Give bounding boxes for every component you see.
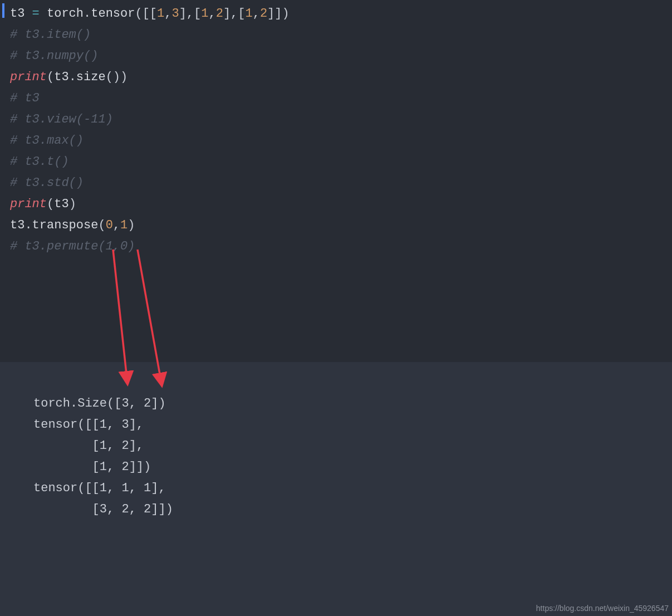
comment: # t3.numpy() (10, 49, 98, 63)
dot: . (69, 70, 76, 84)
code-line-comment[interactable]: # t3.max() (0, 130, 672, 151)
module: torch (47, 7, 84, 21)
number: 3 (171, 7, 179, 21)
comment: # t3.t() (10, 155, 69, 169)
code-line-comment[interactable]: # t3.numpy() (0, 46, 672, 67)
comma: , (113, 218, 120, 232)
bracket: ],[ (179, 7, 202, 21)
paren: ()) (106, 70, 128, 84)
code-line-comment[interactable]: # t3.std() (0, 173, 672, 194)
output-line: [1, 2]]) (0, 457, 672, 478)
comment: # t3.std() (10, 176, 84, 190)
output-area: torch.Size([3, 2]) tensor([[1, 3], [1, 2… (0, 362, 672, 616)
code-editor-area[interactable]: t3 = torch.tensor([[1,3],[1,2],[1,2]]) #… (0, 0, 672, 362)
variable: t3 (54, 197, 68, 211)
paren: ( (98, 218, 105, 232)
dot: . (84, 7, 91, 21)
comment: # t3 (10, 91, 40, 105)
comment: # t3.max() (10, 134, 84, 148)
code-line[interactable]: t3.transpose(0,1) (0, 215, 672, 236)
paren: ) (69, 197, 76, 211)
paren: ) (127, 218, 135, 232)
watermark-text: https://blog.csdn.net/weixin_45926547 (536, 604, 669, 613)
variable: t3 (10, 7, 24, 21)
paren: ( (47, 70, 54, 84)
output-line: tensor([[1, 3], (0, 414, 672, 436)
variable: t3 (10, 218, 24, 232)
number: 1 (157, 7, 164, 21)
output-line: [1, 2], (0, 436, 672, 457)
bracket: ([[ (135, 7, 157, 21)
number: 0 (106, 218, 113, 232)
comma: , (164, 7, 171, 21)
comma: , (253, 7, 260, 21)
output-line: torch.Size([3, 2]) (0, 393, 672, 414)
number: 1 (120, 218, 127, 232)
output-line: tensor([[1, 1, 1], (0, 478, 672, 499)
bracket: ],[ (223, 7, 246, 21)
method: size (76, 70, 106, 84)
builtin-func: print (10, 70, 47, 84)
operator: = (24, 7, 47, 21)
method: tensor (91, 7, 135, 21)
code-line-comment[interactable]: # t3.t() (0, 151, 672, 173)
code-line[interactable]: print(t3) (0, 194, 672, 215)
number: 1 (246, 7, 253, 21)
code-line-comment[interactable]: # t3.permute(1,0) (0, 236, 672, 257)
code-line[interactable]: t3 = torch.tensor([[1,3],[1,2],[1,2]]) (0, 3, 672, 25)
comma: , (208, 7, 215, 21)
builtin-func: print (10, 197, 47, 211)
number: 1 (201, 7, 208, 21)
method: transpose (32, 218, 99, 232)
number: 2 (216, 7, 223, 21)
variable: t3 (54, 70, 68, 84)
code-line-comment[interactable]: # t3.item() (0, 25, 672, 46)
comment: # t3.view(-11) (10, 113, 113, 126)
number: 2 (260, 7, 267, 21)
output-line: [3, 2, 2]]) (0, 499, 672, 520)
dot: . (24, 218, 32, 232)
comment: # t3.item() (10, 28, 91, 42)
paren: ( (47, 197, 54, 211)
cursor-indicator (2, 3, 4, 18)
code-line-comment[interactable]: # t3.view(-11) (0, 109, 672, 130)
comment: # t3.permute(1,0) (10, 239, 135, 253)
bracket: ]]) (267, 7, 290, 21)
code-line[interactable]: print(t3.size()) (0, 67, 672, 88)
code-line-comment[interactable]: # t3 (0, 88, 672, 109)
